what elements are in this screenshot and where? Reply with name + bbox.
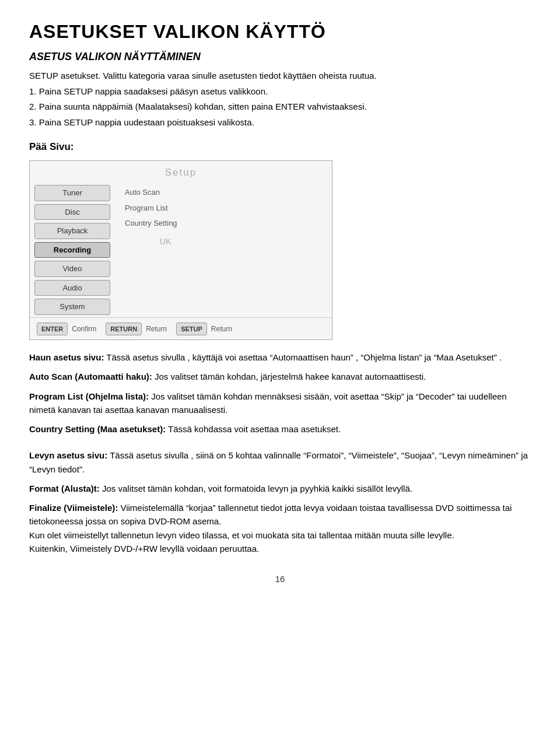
menu-item-system[interactable]: System xyxy=(34,299,110,315)
footer-setup-btn: SETUP xyxy=(176,323,207,336)
right-uk-label: UK xyxy=(160,236,326,248)
auto-scan-para: Auto Scan (Automaatti haku): Jos valitse… xyxy=(29,370,531,383)
setup-footer: ENTER Confirm RETURN Return SETUP Return xyxy=(30,317,332,340)
intro-section: SETUP asetukset. Valittu kategoria varaa… xyxy=(29,69,531,129)
menu-item-disc[interactable]: Disc xyxy=(34,204,110,220)
program-list-para: Program List (Ohjelma lista): Jos valits… xyxy=(29,390,531,417)
footer-enter-label: Confirm xyxy=(72,324,96,334)
format-para: Format (Alusta)t: Jos valitset tämän koh… xyxy=(29,482,531,495)
haun-heading: Haun asetus sivu: Tässä asetus sivulla ,… xyxy=(29,351,531,364)
menu-item-video[interactable]: Video xyxy=(34,261,110,277)
haun-section: Haun asetus sivu: Tässä asetus sivulla ,… xyxy=(29,351,531,436)
country-setting-para: Country Setting (Maa asetukset): Tässä k… xyxy=(29,422,531,436)
levyn-heading-para: Levyn asetus sivu: Tässä asetus sivulla … xyxy=(29,449,531,476)
intro-line-4: 3. Paina SETUP nappia uudestaan poistuak… xyxy=(29,116,531,129)
levyn-section: Levyn asetus sivu: Tässä asetus sivulla … xyxy=(29,449,531,555)
footer-setup-label: Return xyxy=(211,324,232,334)
menu-item-playback[interactable]: Playback xyxy=(34,223,110,239)
footer-return-label: Return xyxy=(146,324,167,334)
haun-text: Tässä asetus sivulla , käyttäjä voi aset… xyxy=(106,352,502,362)
finalize-para: Finalize (Viimeistele): Viimeistelemällä… xyxy=(29,501,531,555)
intro-line-1: SETUP asetukset. Valittu kategoria varaa… xyxy=(29,69,531,83)
setup-right-panel: Auto Scan Program List Country Setting U… xyxy=(110,185,326,315)
page-sub-title: ASETUS VALIKON NÄYTTÄMINEN xyxy=(29,49,531,65)
footer-return-btn: RETURN xyxy=(106,323,142,336)
page-number: 16 xyxy=(29,573,531,586)
footer-return-group: RETURN Return xyxy=(106,323,167,336)
footer-enter-btn: ENTER xyxy=(37,323,68,336)
setup-diagram-body: Tuner Disc Playback Recording Video Audi… xyxy=(30,183,332,317)
setup-diagram: Setup Tuner Disc Playback Recording Vide… xyxy=(29,160,332,341)
setup-diagram-title: Setup xyxy=(30,161,332,183)
paa-sivu-heading: Pää Sivu: xyxy=(29,139,531,155)
footer-enter-group: ENTER Confirm xyxy=(37,323,96,336)
menu-item-recording[interactable]: Recording xyxy=(34,242,110,258)
page-main-title: ASETUKSET VALIKON KÄYTTÖ xyxy=(29,17,531,45)
setup-menu-list: Tuner Disc Playback Recording Video Audi… xyxy=(34,185,110,315)
footer-setup-group: SETUP Return xyxy=(176,323,232,336)
menu-item-tuner[interactable]: Tuner xyxy=(34,185,110,201)
menu-item-audio[interactable]: Audio xyxy=(34,280,110,296)
intro-line-3: 2. Paina suunta näppäimiä (Maalataksesi)… xyxy=(29,100,531,114)
intro-line-2: 1. Paina SETUP nappia saadaksesi pääsyn … xyxy=(29,85,531,99)
right-item-autoscan: Auto Scan xyxy=(125,187,326,198)
right-item-countrysetting: Country Setting xyxy=(125,218,326,229)
right-item-programlist: Program List xyxy=(125,202,326,214)
